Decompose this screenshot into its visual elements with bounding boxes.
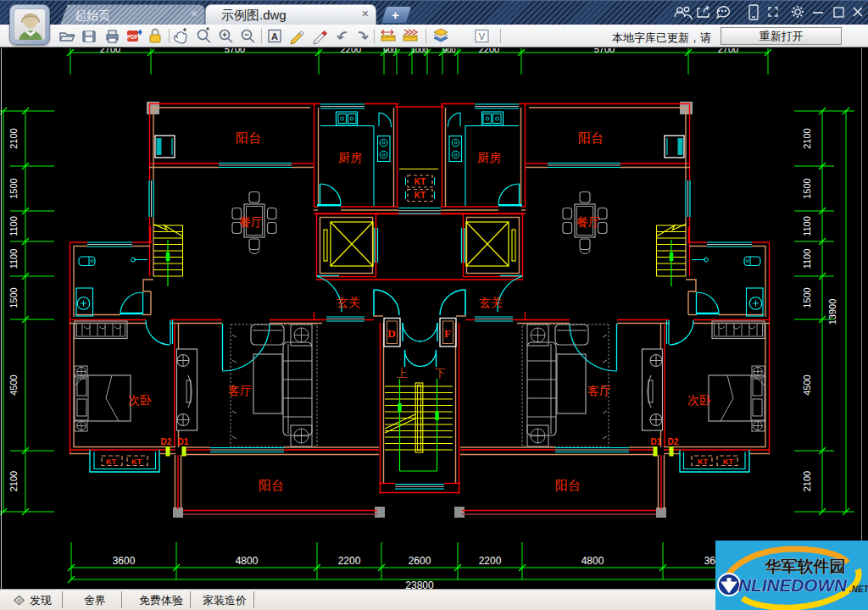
svg-text:上: 上 xyxy=(397,367,408,380)
svg-text:餐厅: 餐厅 xyxy=(576,215,600,229)
svg-text:1500: 1500 xyxy=(8,178,19,198)
svg-text:1500: 1500 xyxy=(8,287,19,308)
svg-text:KT: KT xyxy=(106,458,116,466)
svg-text:客厅: 客厅 xyxy=(228,384,252,397)
svg-text:KT: KT xyxy=(723,458,733,466)
svg-text:2100: 2100 xyxy=(802,128,812,148)
svg-text:NLINEDOWN: NLINEDOWN xyxy=(738,575,848,595)
svg-text:F: F xyxy=(444,327,451,340)
svg-text:1100: 1100 xyxy=(8,216,19,236)
svg-text:KT: KT xyxy=(415,191,426,200)
svg-text:4500: 4500 xyxy=(8,374,19,395)
svg-text:4800: 4800 xyxy=(236,555,259,567)
svg-text:D2: D2 xyxy=(161,437,172,446)
svg-text:2100: 2100 xyxy=(802,471,812,491)
svg-text:KT: KT xyxy=(415,177,426,186)
svg-text:A: A xyxy=(271,31,278,42)
svg-text:4500: 4500 xyxy=(802,374,812,395)
svg-text:1500: 1500 xyxy=(802,287,812,308)
svg-text:厨房: 厨房 xyxy=(338,151,362,164)
svg-text:厨房: 厨房 xyxy=(477,151,501,164)
svg-text:1100: 1100 xyxy=(8,249,19,269)
svg-text:阳台: 阳台 xyxy=(578,130,604,145)
svg-text:1100: 1100 xyxy=(802,216,812,236)
svg-text:客厅: 客厅 xyxy=(587,384,611,397)
svg-text:D1: D1 xyxy=(651,437,662,446)
svg-text:1500: 1500 xyxy=(802,178,812,198)
svg-text:3600: 3600 xyxy=(113,555,136,567)
svg-text:D1: D1 xyxy=(178,437,189,446)
svg-text:4800: 4800 xyxy=(581,555,604,567)
svg-text:阳台: 阳台 xyxy=(555,478,581,492)
svg-text:.NET: .NET xyxy=(849,585,868,594)
svg-text:2600: 2600 xyxy=(409,555,431,567)
svg-text:KT: KT xyxy=(698,458,708,466)
svg-text:玄关: 玄关 xyxy=(337,296,360,309)
svg-text:2200: 2200 xyxy=(479,555,502,567)
svg-text:D: D xyxy=(387,327,395,340)
svg-text:KT: KT xyxy=(131,458,142,466)
svg-text:次卧: 次卧 xyxy=(128,393,152,407)
svg-text:D2: D2 xyxy=(668,437,679,446)
svg-text:2100: 2100 xyxy=(8,128,19,148)
svg-text:玄关: 玄关 xyxy=(479,296,503,309)
svg-text:PDF: PDF xyxy=(127,34,138,40)
svg-text:次卧: 次卧 xyxy=(687,393,711,407)
svg-text:华军软件园: 华军软件园 xyxy=(765,557,846,575)
svg-text:餐厅: 餐厅 xyxy=(239,215,263,229)
svg-text:13900: 13900 xyxy=(827,299,837,325)
svg-text:下: 下 xyxy=(435,367,446,380)
svg-text:1100: 1100 xyxy=(802,249,812,269)
svg-text:V: V xyxy=(479,31,486,42)
svg-text:2200: 2200 xyxy=(338,555,361,567)
svg-text:2100: 2100 xyxy=(8,471,19,491)
svg-text:阳台: 阳台 xyxy=(236,130,261,145)
svg-text:阳台: 阳台 xyxy=(259,478,284,492)
